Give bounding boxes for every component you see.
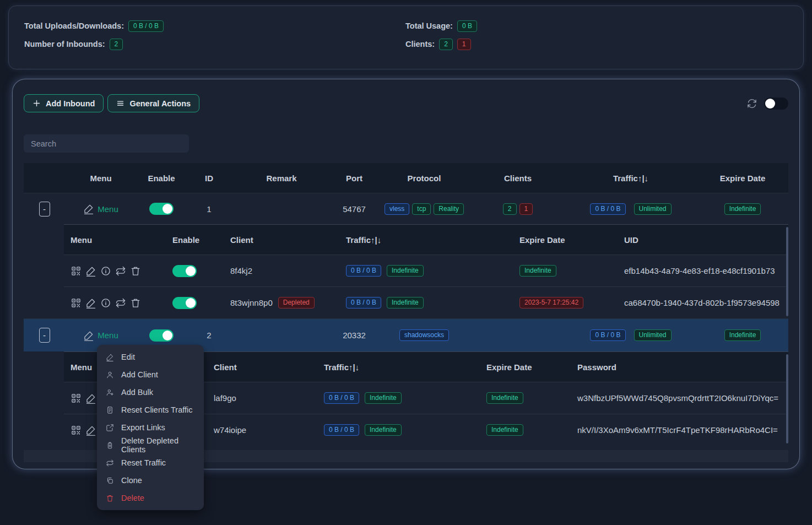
stats-card: Total Uploads/Downloads: 0 B / 0 B Total… <box>8 6 804 69</box>
sub-header-client: Client <box>207 362 317 372</box>
sub-header-menu: Menu <box>64 235 166 245</box>
users-plus-icon <box>106 388 114 397</box>
subtable-scrollbar[interactable] <box>786 354 788 443</box>
edit-icon <box>106 353 114 361</box>
sub-header-traffic[interactable]: Traffic↑|↓ <box>317 362 480 372</box>
cell-traffic: 0 B / 0 B Unlimited <box>565 203 697 215</box>
collapse-row-button[interactable]: - <box>39 202 50 217</box>
search-input[interactable] <box>24 134 189 153</box>
subtable-scrollbar[interactable] <box>786 227 788 316</box>
trash-icon <box>130 266 141 277</box>
menu-item-label: Delete <box>121 494 144 502</box>
client-name-text: 8f4kj2 <box>230 266 252 275</box>
delete-client-button[interactable] <box>130 266 141 277</box>
info-icon <box>100 297 111 308</box>
traffic-badge: 0 B / 0 B <box>590 329 625 341</box>
add-inbound-button[interactable]: Add Inbound <box>24 94 104 112</box>
sub-header-traffic[interactable]: Traffic↑|↓ <box>339 235 513 245</box>
header-traffic-sort[interactable]: Traffic↑|↓ <box>565 174 697 183</box>
stat-uploads-label: Total Uploads/Downloads: <box>24 21 124 30</box>
client-name-text: 8t3wjnn8p0 <box>230 298 273 307</box>
protocol-tag: vless <box>385 203 409 215</box>
inbound-menu-trigger[interactable]: Menu <box>83 330 118 341</box>
edit-client-button[interactable] <box>85 297 96 308</box>
refresh-icon[interactable] <box>746 98 757 109</box>
reset-client-traffic-button[interactable] <box>115 297 126 308</box>
client-info-button[interactable] <box>100 297 111 308</box>
sub-header-client: Client <box>224 235 339 245</box>
menu-item-add-client[interactable]: Add Client <box>97 366 204 383</box>
trash-icon <box>106 494 114 502</box>
menu-item-reset-traffic[interactable]: Reset Traffic <box>97 454 204 472</box>
expire-badge: Indefinite <box>724 329 761 341</box>
stat-clients: Clients: 2 1 <box>405 38 788 50</box>
traffic-limit-badge: Unlimited <box>634 203 672 215</box>
client-row-8t3wjnn8p0: 8t3wjnn8p0 Depleted 0 B / 0 B Indefinite… <box>64 286 788 318</box>
sub-header-uid: UID <box>618 235 788 245</box>
stat-uploads-downloads: Total Uploads/Downloads: 0 B / 0 B <box>24 20 405 32</box>
reset-client-traffic-button[interactable] <box>115 266 126 277</box>
stat-usage-label: Total Usage: <box>405 21 453 30</box>
stat-clients-depleted: 1 <box>457 39 471 50</box>
menu-item-label: Reset Traffic <box>121 458 166 467</box>
cell-expand: - <box>24 328 65 343</box>
menu-item-add-bulk[interactable]: Add Bulk <box>97 383 204 401</box>
collapse-row-button[interactable]: - <box>39 328 50 343</box>
trash-icon <box>130 297 141 308</box>
enable-toggle[interactable] <box>149 329 174 342</box>
client-name: 8t3wjnn8p0 Depleted <box>224 297 339 308</box>
clients-active-badge: 2 <box>503 203 517 215</box>
sub-header-expire: Expire Date <box>480 362 571 372</box>
client-traffic: 0 B / 0 B Indefinite <box>317 392 480 404</box>
menu-item-reset-clients-traffic[interactable]: Reset Clients Traffic <box>97 401 204 419</box>
menu-item-delete-depleted-clients[interactable]: Delete Depleted Clients <box>97 436 204 454</box>
toolbar: Add Inbound General Actions <box>24 94 788 112</box>
traffic-badge: 0 B / 0 B <box>590 203 625 215</box>
traffic-limit-badge: Unlimited <box>634 329 672 341</box>
client-info-button[interactable] <box>100 266 111 277</box>
client-enable-toggle[interactable] <box>172 297 197 309</box>
edit-client-button[interactable] <box>85 393 96 404</box>
edit-client-button[interactable] <box>85 425 96 436</box>
menu-item-delete[interactable]: Delete <box>97 489 204 507</box>
general-actions-button[interactable]: General Actions <box>107 94 199 112</box>
menu-item-edit[interactable]: Edit <box>97 348 204 366</box>
qr-code-button[interactable] <box>71 266 82 277</box>
client-actions <box>64 297 166 308</box>
header-port: Port <box>331 174 377 183</box>
cell-menu: Menu <box>65 330 137 341</box>
cell-id: 2 <box>186 331 232 340</box>
qr-code-button[interactable] <box>71 425 82 436</box>
inbound-menu-trigger[interactable]: Menu <box>83 203 118 214</box>
edit-client-button[interactable] <box>85 266 96 277</box>
enable-toggle[interactable] <box>149 203 174 215</box>
delete-client-button[interactable] <box>130 297 141 308</box>
menu-item-label: Delete Depleted Clients <box>121 436 195 454</box>
menu-item-label: Add Bulk <box>121 388 153 397</box>
edit-icon <box>85 297 96 308</box>
edit-icon <box>83 330 94 341</box>
qr-code-button[interactable] <box>71 393 82 404</box>
menu-item-clone[interactable]: Clone <box>97 472 204 489</box>
traffic-limit-badge: Indefinite <box>365 424 402 436</box>
sub-header-password: Password <box>571 362 788 372</box>
toolbar-buttons: Add Inbound General Actions <box>24 94 199 112</box>
client-traffic: 0 B / 0 B Indefinite <box>339 297 513 308</box>
expire-badge: Indefinite <box>724 203 761 215</box>
general-actions-label: General Actions <box>129 99 191 108</box>
menu-item-export-links[interactable]: Export Links <box>97 419 204 436</box>
cell-enable <box>137 203 186 215</box>
client-enable-toggle[interactable] <box>172 265 197 277</box>
qr-code-button[interactable] <box>71 297 82 308</box>
menu-item-label: Reset Clients Traffic <box>121 405 192 414</box>
sub-header-enable: Enable <box>166 235 224 245</box>
hamburger-icon <box>116 99 124 107</box>
cell-protocol: vless tcp Reality <box>377 203 471 215</box>
dark-mode-toggle[interactable] <box>764 98 788 110</box>
menu-trigger-label: Menu <box>98 204 118 214</box>
header-clients[interactable]: Clients <box>471 174 565 183</box>
cell-traffic: 0 B / 0 B Unlimited <box>565 329 697 341</box>
toolbar-right <box>746 98 788 110</box>
cell-protocol: shadowsocks <box>377 329 471 341</box>
expire-badge: Indefinite <box>486 424 523 436</box>
